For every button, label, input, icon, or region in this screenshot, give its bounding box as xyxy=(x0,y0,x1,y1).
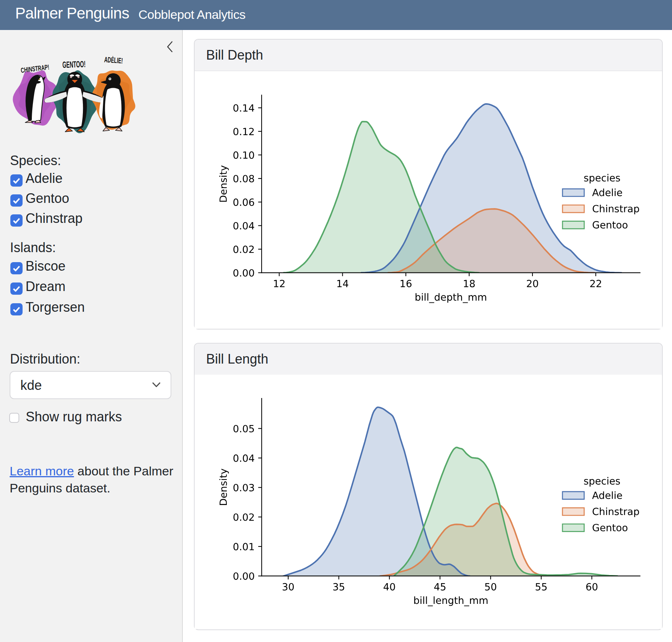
svg-text:GENTOO!: GENTOO! xyxy=(62,59,85,70)
svg-text:ADĖLIE!: ADĖLIE! xyxy=(104,55,123,66)
